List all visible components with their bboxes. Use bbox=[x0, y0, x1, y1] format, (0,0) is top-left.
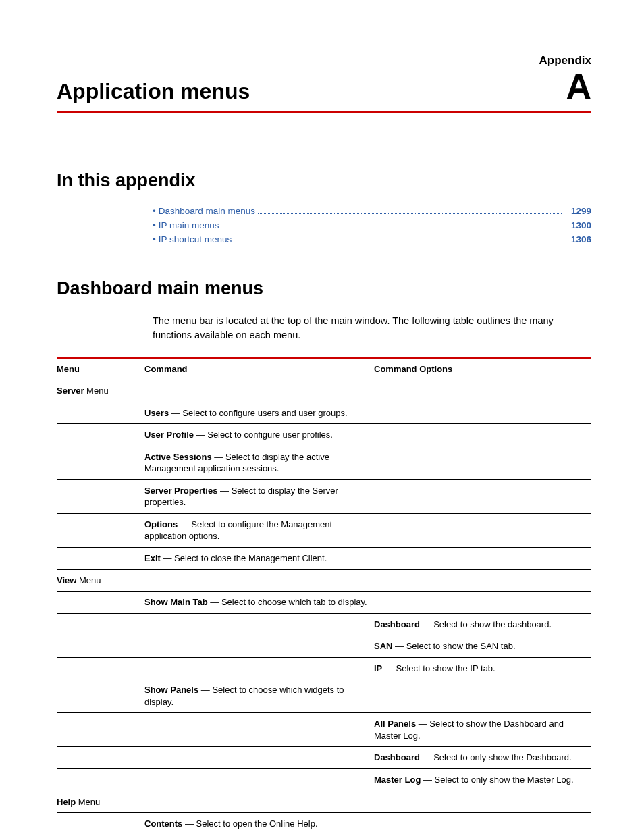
table-row: Dashboard — Select to show the dashboard… bbox=[57, 613, 591, 635]
table-row: Exit — Select to close the Management Cl… bbox=[57, 547, 591, 569]
table-row: Server Properties — Select to display th… bbox=[57, 479, 591, 513]
table-menu-row: Server Menu bbox=[57, 380, 591, 402]
command-cell bbox=[144, 768, 374, 791]
option-cell bbox=[374, 679, 591, 713]
option-cell bbox=[374, 813, 591, 834]
toc-entry: •Dashboard main menus 1299 bbox=[153, 206, 591, 216]
option-cell: All Panels — Select to show the Dashboar… bbox=[374, 713, 591, 747]
toc-entry: •IP shortcut menus 1306 bbox=[153, 234, 591, 244]
table-row: Active Sessions — Select to display the … bbox=[57, 446, 591, 479]
option-cell bbox=[374, 446, 591, 479]
table-row: IP — Select to show the IP tab. bbox=[57, 657, 591, 679]
command-cell: Show Panels — Select to choose which wid… bbox=[144, 679, 374, 713]
toc-leader bbox=[234, 242, 562, 242]
section-dashboard-main: Dashboard main menus bbox=[57, 278, 591, 299]
option-cell bbox=[374, 479, 591, 513]
title-row: Application menus A bbox=[57, 69, 591, 113]
command-cell: Exit — Select to close the Management Cl… bbox=[144, 547, 374, 569]
table-row: Users — Select to configure users and us… bbox=[57, 402, 591, 424]
menu-cell: View Menu bbox=[57, 569, 144, 592]
table-row: All Panels — Select to show the Dashboar… bbox=[57, 713, 591, 747]
menu-cell: Server Menu bbox=[57, 380, 144, 402]
option-cell bbox=[374, 424, 591, 446]
toc-link[interactable]: IP main menus bbox=[159, 220, 219, 230]
command-cell: Users — Select to configure users and us… bbox=[144, 402, 374, 424]
table-row: User Profile — Select to configure user … bbox=[57, 424, 591, 446]
command-cell bbox=[144, 635, 374, 658]
command-cell: Server Properties — Select to display th… bbox=[144, 479, 374, 513]
table-row: SAN — Select to show the SAN tab. bbox=[57, 635, 591, 658]
table-row: Dashboard — Select to only show the Dash… bbox=[57, 747, 591, 769]
bullet-icon: • bbox=[153, 206, 156, 216]
command-cell bbox=[144, 657, 374, 679]
table-menu-row: View Menu bbox=[57, 569, 591, 592]
command-cell: Active Sessions — Select to display the … bbox=[144, 446, 374, 479]
table-row: Master Log — Select to only show the Mas… bbox=[57, 768, 591, 791]
menu-cell: Help Menu bbox=[57, 791, 144, 813]
table-of-contents: •Dashboard main menus 1299•IP main menus… bbox=[153, 206, 591, 244]
bullet-icon: • bbox=[153, 234, 156, 244]
option-cell bbox=[374, 513, 591, 547]
toc-leader bbox=[258, 213, 562, 214]
option-cell bbox=[374, 592, 591, 614]
command-cell: Options — Select to configure the Manage… bbox=[144, 513, 374, 547]
menu-table: Menu Command Command Options Server Menu… bbox=[57, 357, 591, 834]
intro-paragraph: The menu bar is located at the top of th… bbox=[153, 314, 591, 342]
table-row: Show Panels — Select to choose which wid… bbox=[57, 679, 591, 713]
toc-page[interactable]: 1306 bbox=[564, 234, 591, 244]
page-title: Application menus bbox=[57, 79, 250, 104]
option-cell: Master Log — Select to only show the Mas… bbox=[374, 768, 591, 791]
option-cell: Dashboard — Select to only show the Dash… bbox=[374, 747, 591, 769]
option-cell: Dashboard — Select to show the dashboard… bbox=[374, 613, 591, 635]
command-cell bbox=[144, 713, 374, 747]
toc-link[interactable]: IP shortcut menus bbox=[159, 234, 232, 244]
appendix-header: Appendix Application menus A bbox=[57, 54, 591, 113]
section-in-this-appendix: In this appendix bbox=[57, 170, 591, 191]
toc-entry: •IP main menus 1300 bbox=[153, 220, 591, 230]
command-cell: Contents — Select to open the Online Hel… bbox=[144, 813, 374, 834]
table-header-options: Command Options bbox=[374, 358, 591, 380]
toc-page[interactable]: 1300 bbox=[564, 220, 591, 230]
toc-link[interactable]: Dashboard main menus bbox=[159, 206, 255, 216]
command-cell: User Profile — Select to configure user … bbox=[144, 424, 374, 446]
table-header-command: Command bbox=[144, 358, 374, 380]
option-cell bbox=[374, 547, 591, 569]
toc-leader bbox=[222, 228, 562, 228]
table-header-menu: Menu bbox=[57, 358, 144, 380]
table-menu-row: Help Menu bbox=[57, 791, 591, 813]
toc-page[interactable]: 1299 bbox=[564, 206, 591, 216]
option-cell: IP — Select to show the IP tab. bbox=[374, 657, 591, 679]
command-cell bbox=[144, 613, 374, 635]
option-cell bbox=[374, 402, 591, 424]
appendix-label: Appendix bbox=[57, 54, 591, 68]
command-cell: Show Main Tab — Select to choose which t… bbox=[144, 592, 374, 614]
appendix-letter: A bbox=[566, 69, 591, 104]
option-cell: SAN — Select to show the SAN tab. bbox=[374, 635, 591, 658]
table-row: Show Main Tab — Select to choose which t… bbox=[57, 592, 591, 614]
table-row: Options — Select to configure the Manage… bbox=[57, 513, 591, 547]
command-cell bbox=[144, 747, 374, 769]
table-row: Contents — Select to open the Online Hel… bbox=[57, 813, 591, 834]
bullet-icon: • bbox=[153, 220, 156, 230]
